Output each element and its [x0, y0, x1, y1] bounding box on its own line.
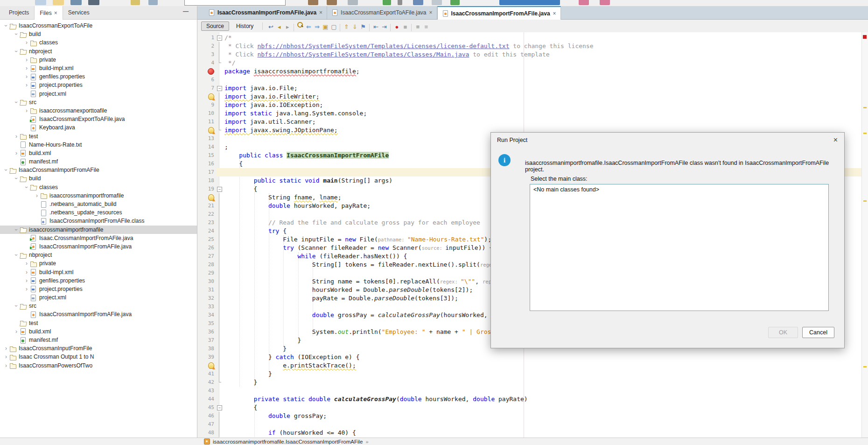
toolbar-icon-partial[interactable]: [579, 0, 589, 5]
close-tab-icon[interactable]: ×: [553, 10, 556, 17]
tree-expander-icon[interactable]: ›: [23, 184, 30, 191]
tree-item[interactable]: Isaac.CrossmanImportFromAFile.java: [0, 234, 197, 242]
tree-item[interactable]: ›private: [0, 56, 197, 64]
tree-item[interactable]: ›nbproject: [0, 47, 197, 56]
line-number-cell[interactable]: 36: [197, 328, 217, 336]
warning-stripe-mark[interactable]: [863, 133, 867, 134]
tree-expander-icon[interactable]: ›: [23, 57, 30, 63]
line-number-cell[interactable]: [197, 193, 217, 202]
line-number-cell[interactable]: 29: [197, 269, 217, 277]
line-number-cell[interactable]: 41: [197, 370, 217, 378]
breadcrumb-expand-icon[interactable]: »: [365, 439, 368, 445]
code-line[interactable]: 39 } catch (IOException e) {: [197, 353, 868, 361]
code-line[interactable]: 6: [197, 76, 868, 84]
warning-stripe-mark[interactable]: [863, 107, 867, 108]
toolbar-icon-partial[interactable]: [35, 0, 46, 5]
last-edit-icon[interactable]: ↩: [266, 23, 275, 31]
comment-icon[interactable]: ≡: [413, 23, 422, 31]
start-macro-icon[interactable]: ●: [392, 23, 401, 31]
tree-expander-icon[interactable]: ›: [23, 73, 30, 80]
line-number-cell[interactable]: 11: [197, 118, 217, 126]
toolbar-icon-partial[interactable]: [53, 0, 64, 5]
history-view-button[interactable]: History: [231, 21, 259, 31]
tree-expander-icon[interactable]: ›: [13, 303, 20, 309]
warning-bulb-icon[interactable]: [208, 93, 214, 100]
error-badge-icon[interactable]: [208, 68, 214, 75]
fold-marker-icon[interactable]: [217, 34, 223, 42]
code-line[interactable]: 48 if (hoursWorked <= 40) {: [197, 429, 868, 437]
toolbar-icon-partial[interactable]: [432, 0, 442, 5]
line-number-cell[interactable]: 21: [197, 202, 217, 210]
tree-item[interactable]: project.xml: [0, 90, 197, 98]
source-view-button[interactable]: Source: [201, 21, 229, 31]
tree-expander-icon[interactable]: ›: [13, 252, 20, 258]
line-number-cell[interactable]: 16: [197, 160, 217, 168]
line-number-cell[interactable]: 48: [197, 429, 217, 437]
tree-item[interactable]: manifest.mf: [0, 336, 197, 344]
error-stripe-mark[interactable]: [863, 35, 867, 39]
tree-expander-icon[interactable]: ›: [13, 328, 20, 335]
breadcrumb[interactable]: isaaccrossmanimportfromafile.IsaacCrossm…: [213, 439, 363, 445]
fold-marker-icon[interactable]: [217, 185, 223, 193]
code-line[interactable]: 47: [197, 420, 868, 429]
find-previous-icon[interactable]: ⇐: [304, 23, 313, 31]
tree-expander-icon[interactable]: ›: [23, 107, 30, 114]
cancel-button[interactable]: Cancel: [802, 327, 834, 338]
tree-expander-icon[interactable]: ›: [13, 48, 20, 55]
tree-expander-icon[interactable]: ›: [23, 65, 30, 71]
line-number-cell[interactable]: 25: [197, 235, 217, 244]
code-line[interactable]: 4 */: [197, 59, 868, 67]
tree-item[interactable]: ›IsaacCrossmanInputFromFile: [0, 344, 197, 353]
tree-item[interactable]: IsaacCrossmanImportFromAFile.java: [0, 242, 197, 251]
tree-item[interactable]: ›IsaacCrossmanExportToAFile: [0, 21, 197, 30]
code-line[interactable]: 1/*: [197, 34, 868, 42]
toolbar-icon-partial[interactable]: [499, 0, 560, 5]
toolbar-icon-partial[interactable]: [308, 0, 318, 5]
tree-item[interactable]: .netbeans_automatic_build: [0, 200, 197, 208]
tree-item[interactable]: ›build-impl.xml: [0, 64, 197, 72]
code-line[interactable]: 9import java.io.IOException;: [197, 101, 868, 109]
close-tab-icon[interactable]: ×: [319, 9, 322, 16]
code-line[interactable]: 46 double grossPay;: [197, 412, 868, 420]
tree-expander-icon[interactable]: ›: [3, 345, 9, 352]
fold-marker-icon[interactable]: [217, 84, 223, 92]
line-number-cell[interactable]: 4: [197, 59, 217, 67]
code-line[interactable]: 45 {: [197, 403, 868, 412]
code-line[interactable]: e.printStackTrace();: [197, 361, 868, 370]
editor-tab[interactable]: IsaacCrossmanExportToAFile.java×: [327, 6, 437, 19]
warning-stripe-mark[interactable]: [863, 200, 867, 202]
rectangular-selection-icon[interactable]: ▢: [329, 23, 338, 31]
tree-item[interactable]: ›project.properties: [0, 285, 197, 293]
toolbar-icon-partial[interactable]: [383, 0, 391, 5]
tree-expander-icon[interactable]: ›: [23, 286, 30, 292]
line-number-cell[interactable]: 24: [197, 227, 217, 235]
tree-expander-icon[interactable]: ›: [23, 269, 30, 275]
tree-item[interactable]: ›build: [0, 30, 197, 38]
toolbar-icon-partial[interactable]: [148, 0, 158, 5]
tree-item[interactable]: ›build.xml: [0, 327, 197, 336]
tree-item[interactable]: ›classes: [0, 183, 197, 191]
line-number-cell[interactable]: [197, 361, 217, 370]
tree-item[interactable]: ›src: [0, 302, 197, 310]
files-tree[interactable]: ›IsaacCrossmanExportToAFile›build›classe…: [0, 21, 197, 438]
toolbar-icon-partial[interactable]: [131, 0, 140, 5]
code-line[interactable]: 43: [197, 387, 868, 395]
line-number-cell[interactable]: 17: [197, 168, 217, 177]
tree-expander-icon[interactable]: ›: [13, 150, 20, 156]
close-tab-icon[interactable]: ×: [429, 9, 433, 16]
line-number-cell[interactable]: 37: [197, 336, 217, 345]
back-icon[interactable]: ◂: [275, 23, 283, 31]
tree-item[interactable]: IsaacCrossmanImportFromAFile.class: [0, 217, 197, 225]
previous-bookmark-icon[interactable]: ⇑: [342, 23, 350, 31]
tree-item[interactable]: ›isaaccrossmanimportfromafile: [0, 226, 197, 234]
line-number-cell[interactable]: 6: [197, 76, 217, 84]
tree-item[interactable]: ›project.properties: [0, 81, 197, 89]
code-line[interactable]: package isaaccrossmanimportfromafile;: [197, 67, 868, 76]
line-number-cell[interactable]: 14: [197, 143, 217, 151]
shift-left-icon[interactable]: ⇤: [371, 23, 380, 31]
fold-marker-icon[interactable]: [217, 403, 223, 412]
find-next-icon[interactable]: ⇒: [313, 23, 321, 31]
tree-item[interactable]: ›nbproject: [0, 251, 197, 259]
tree-expander-icon[interactable]: ›: [3, 22, 9, 29]
toolbar-icon-partial[interactable]: [398, 0, 402, 5]
